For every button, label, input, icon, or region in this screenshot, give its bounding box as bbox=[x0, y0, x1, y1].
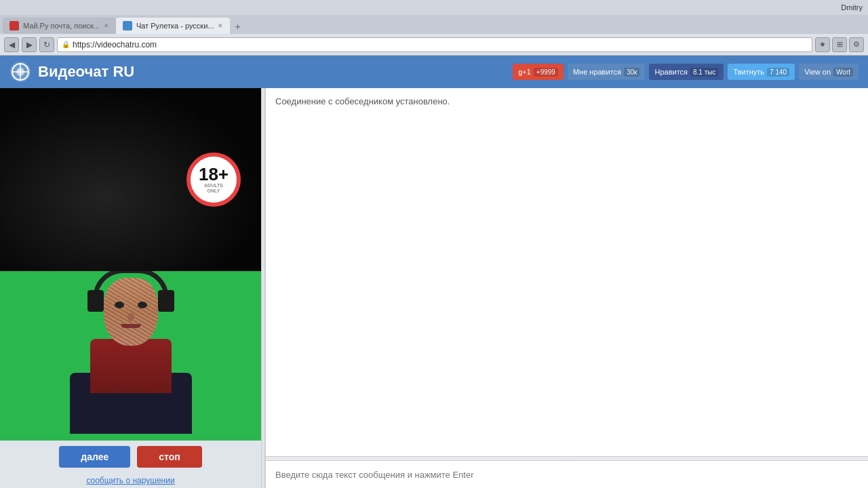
chat-panel: Соединение с собеседником установлено. ·… bbox=[265, 88, 868, 488]
browser-titlebar: Dmitry bbox=[0, 0, 868, 15]
site-header: Видеочат RU g+1 +9999 Мне нравится 30к Н… bbox=[0, 56, 868, 88]
video-controls: далее стоп bbox=[0, 441, 261, 473]
forward-button[interactable]: ▶ bbox=[22, 37, 37, 52]
report-label: сообщить о нарушении bbox=[86, 476, 174, 485]
site-logo: Видеочат RU bbox=[9, 61, 134, 83]
video-panel: 18+ ADULTSONLY bbox=[0, 88, 261, 488]
vk-like-label: Мне нравится bbox=[573, 68, 621, 76]
twitter-button[interactable]: Твитнуть 7 140 bbox=[728, 64, 795, 80]
browser-tabs: Май.Ру почта, поиск... ✕ Чат Рулетка - р… bbox=[0, 15, 868, 34]
tab-chat-label: Чат Рулетка - русски... bbox=[136, 22, 214, 30]
chat-tab-icon bbox=[123, 21, 132, 30]
headphone-left-cup bbox=[87, 290, 104, 312]
fb-like-label: Нравится bbox=[654, 68, 688, 76]
report-link[interactable]: сообщить о нарушении bbox=[0, 473, 261, 488]
vk-view-count: Wort bbox=[833, 68, 853, 77]
person-figure bbox=[63, 271, 199, 434]
google-plus-label: g+1 bbox=[518, 68, 531, 76]
local-video bbox=[0, 271, 261, 441]
site-title: Видеочат RU bbox=[38, 63, 134, 81]
browser-user-label: Dmitry bbox=[841, 3, 863, 12]
back-button[interactable]: ◀ bbox=[4, 37, 19, 52]
right-eye bbox=[138, 302, 147, 308]
body bbox=[90, 339, 172, 393]
address-bar[interactable]: 🔒 https://videochatru.com bbox=[57, 37, 812, 52]
vk-view-label: View on bbox=[804, 68, 831, 76]
fb-like-button[interactable]: Нравится 8.1 тыс bbox=[649, 64, 724, 80]
twitter-label: Твитнуть bbox=[733, 68, 764, 76]
age-badge-text: 18+ bbox=[199, 165, 229, 183]
tab-chat-close[interactable]: ✕ bbox=[218, 22, 223, 29]
age-badge-outer: 18+ ADULTSONLY bbox=[186, 152, 241, 207]
face-texture bbox=[104, 278, 158, 346]
mouth bbox=[121, 324, 141, 328]
stop-button[interactable]: стоп bbox=[137, 446, 201, 468]
twitter-count: 7 140 bbox=[767, 68, 789, 77]
nose bbox=[127, 313, 134, 321]
vk-like-count: 30к bbox=[624, 68, 640, 77]
remote-video: 18+ ADULTSONLY bbox=[0, 88, 261, 271]
tab-mail-label: Май.Ру почта, поиск... bbox=[23, 22, 100, 30]
address-text: https://videochatru.com bbox=[73, 40, 157, 49]
age-badge: 18+ ADULTSONLY bbox=[186, 152, 241, 207]
left-eye bbox=[115, 302, 124, 308]
tab-mail[interactable]: Май.Ру почта, поиск... ✕ bbox=[3, 18, 116, 34]
vk-like-button[interactable]: Мне нравится 30к bbox=[568, 64, 646, 80]
website: Видеочат RU g+1 +9999 Мне нравится 30к Н… bbox=[0, 56, 868, 488]
mail-tab-icon bbox=[9, 21, 19, 30]
reload-button[interactable]: ↻ bbox=[39, 37, 54, 52]
browser-chrome: Dmitry Май.Ру почта, поиск... ✕ Чат Руле… bbox=[0, 0, 868, 56]
chat-input-area bbox=[266, 460, 868, 488]
main-content: 18+ ADULTSONLY bbox=[0, 88, 868, 488]
tab-mail-close[interactable]: ✕ bbox=[104, 22, 109, 29]
tab-chat[interactable]: Чат Рулетка - русски... ✕ bbox=[116, 18, 231, 34]
browser-toolbar: ◀ ▶ ↻ 🔒 https://videochatru.com ★ ⊞ ⚙ bbox=[0, 34, 868, 56]
head bbox=[104, 278, 158, 346]
chat-status-message: Соединение с собеседником установлено. bbox=[275, 96, 450, 106]
google-plus-count: +9999 bbox=[534, 68, 558, 77]
remote-video-inner: 18+ ADULTSONLY bbox=[0, 88, 261, 271]
new-tab-button[interactable]: + bbox=[230, 19, 245, 34]
lock-icon: 🔒 bbox=[62, 41, 70, 48]
logo-icon bbox=[9, 61, 31, 83]
age-badge-sub: ADULTSONLY bbox=[204, 183, 223, 193]
vk-view-button[interactable]: View on Wort bbox=[799, 64, 859, 80]
next-button[interactable]: далее bbox=[59, 446, 130, 468]
head-container bbox=[104, 278, 158, 346]
window-button[interactable]: ⊞ bbox=[832, 37, 847, 52]
local-video-inner bbox=[0, 271, 261, 441]
chat-messages: Соединение с собеседником установлено. bbox=[266, 88, 868, 456]
headphone-right-cup bbox=[158, 290, 174, 312]
settings-button[interactable]: ⚙ bbox=[849, 37, 864, 52]
bookmark-button[interactable]: ★ bbox=[815, 37, 830, 52]
google-plus-button[interactable]: g+1 +9999 bbox=[513, 64, 564, 80]
header-actions: g+1 +9999 Мне нравится 30к Нравится 8.1 … bbox=[513, 64, 859, 80]
fb-like-count: 8.1 тыс bbox=[690, 68, 718, 77]
chat-input[interactable] bbox=[266, 461, 868, 488]
